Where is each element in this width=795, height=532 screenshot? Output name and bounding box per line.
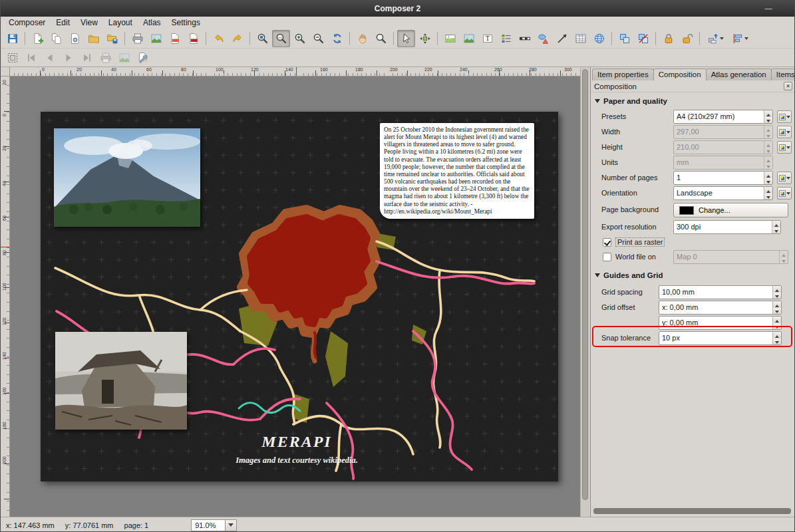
align-items-button[interactable] [728, 30, 752, 47]
width-spinbox[interactable]: 297,00 [673, 125, 773, 139]
tab-composition[interactable]: Composition [653, 68, 707, 80]
tab-item-properties[interactable]: Item properties [592, 68, 654, 80]
spinner-arrows-icon[interactable] [764, 141, 772, 154]
add-legend-button[interactable] [497, 30, 515, 47]
undo-button[interactable] [210, 30, 228, 47]
menu-edit[interactable]: Edit [51, 17, 75, 28]
menu-atlas[interactable]: Atlas [138, 17, 166, 28]
atlas-first-feature-button[interactable] [22, 49, 40, 66]
spinner-arrows-icon[interactable] [764, 172, 772, 184]
add-html-frame-button[interactable] [590, 30, 608, 47]
minimize-button[interactable]: — [762, 3, 774, 14]
number-of-pages-spinbox[interactable]: 1 [673, 171, 773, 185]
add-image-button[interactable] [460, 30, 478, 47]
tab-atlas-generation[interactable]: Atlas generation [706, 68, 772, 80]
menu-settings[interactable]: Settings [166, 17, 206, 28]
add-scalebar-button[interactable] [516, 30, 534, 47]
atlas-settings-button[interactable] [134, 49, 152, 66]
vertical-ruler[interactable]: 20 0 20 40 60 80 100 120 140 160 180 200 [1, 76, 10, 517]
menu-composer[interactable]: Composer [3, 17, 51, 28]
snap-tolerance-spinbox[interactable]: 10 px [659, 331, 782, 345]
ungroup-items-button[interactable] [634, 30, 652, 47]
grid-spacing-spinbox[interactable]: 10,00 mm [659, 285, 782, 299]
zoom-out-button[interactable] [309, 30, 327, 47]
scrollbar-thumb[interactable] [593, 508, 791, 514]
raise-items-button[interactable] [703, 30, 727, 47]
print-composition-button[interactable] [128, 30, 146, 47]
composer-manager-button[interactable] [66, 30, 84, 47]
window-titlebar[interactable]: Composer 2 — [1, 1, 794, 17]
redo-button[interactable] [228, 30, 246, 47]
print-as-raster-checkbox[interactable] [603, 238, 611, 247]
export-as-svg-button[interactable] [166, 30, 184, 47]
world-file-checkbox[interactable] [603, 253, 611, 261]
zoom-full-button[interactable] [253, 30, 271, 47]
mountain-photo-item[interactable] [54, 128, 200, 227]
page-background-change-button[interactable]: Change... [673, 203, 788, 217]
lock-items-button[interactable] [659, 30, 677, 47]
spinner-arrows-icon[interactable] [772, 317, 781, 329]
menu-layout[interactable]: Layout [103, 17, 138, 28]
export-resolution-spinbox[interactable]: 300 dpi [673, 220, 781, 234]
atlas-next-feature-button[interactable] [59, 49, 77, 66]
add-basic-shape-button[interactable] [534, 30, 552, 47]
grid-offset-x-spinbox[interactable]: x: 0,00 mm [659, 301, 782, 315]
atlas-last-feature-button[interactable] [78, 49, 96, 66]
map-subtitle-item[interactable]: Images and text courtesy wikipedia. [207, 456, 387, 466]
group-items-button[interactable] [615, 30, 633, 47]
zoom-100-button[interactable]: 1:1 [272, 30, 290, 47]
composition-canvas[interactable]: On 25 October 2010 the Indonesian govern… [10, 76, 580, 517]
refresh-view-button[interactable] [328, 30, 346, 47]
add-arrow-button[interactable] [553, 30, 571, 47]
new-composition-button[interactable] [29, 30, 47, 47]
export-as-image-button[interactable] [147, 30, 165, 47]
atlas-previous-feature-button[interactable] [41, 49, 59, 66]
spinner-arrows-icon[interactable] [779, 251, 788, 263]
add-new-map-button[interactable] [441, 30, 459, 47]
panel-close-button[interactable]: ✕ [784, 82, 792, 90]
pages-data-defined-button[interactable] [777, 172, 792, 184]
save-project-button[interactable] [3, 30, 21, 47]
grid-section-header[interactable]: Guides and Grid [595, 271, 663, 280]
world-file-map-combobox[interactable]: Map 0 [673, 250, 788, 264]
width-data-defined-button[interactable] [777, 126, 792, 138]
article-text-item[interactable]: On 25 October 2010 the Indonesian govern… [380, 123, 534, 219]
spinner-arrows-icon[interactable] [764, 110, 772, 123]
add-label-button[interactable]: T [478, 30, 496, 47]
menu-view[interactable]: View [75, 17, 103, 28]
height-spinbox[interactable]: 210,00 [673, 140, 773, 154]
units-combobox[interactable]: mm [673, 156, 773, 170]
scrollbar-thumb[interactable] [582, 69, 588, 500]
move-item-content-button[interactable] [416, 30, 434, 47]
preview-atlas-button[interactable] [3, 49, 21, 66]
save-as-template-button[interactable] [103, 30, 121, 47]
spinner-arrows-icon[interactable] [764, 156, 772, 169]
load-from-template-button[interactable] [84, 30, 102, 47]
unlock-all-items-button[interactable] [678, 30, 696, 47]
zoom-level-combobox[interactable]: 91.0% [191, 519, 237, 531]
export-as-pdf-button[interactable] [184, 30, 202, 47]
zoom-tool-button[interactable] [372, 30, 390, 47]
horizontal-ruler[interactable]: 0 20 40 60 80 100 120 140 160 180 200 22… [10, 67, 580, 76]
spinner-arrows-icon[interactable] [764, 187, 772, 200]
panel-horizontal-scrollbar[interactable] [593, 507, 794, 515]
spinner-arrows-icon[interactable] [772, 221, 780, 233]
tab-items[interactable]: Items [771, 68, 795, 80]
export-atlas-button[interactable] [115, 49, 133, 66]
presets-data-defined-button[interactable] [777, 110, 792, 123]
house-photo-item[interactable] [55, 332, 187, 430]
print-atlas-button[interactable] [96, 49, 114, 66]
height-data-defined-button[interactable] [777, 141, 792, 154]
grid-offset-y-spinbox[interactable]: y: 0,00 mm [659, 316, 782, 330]
select-move-item-button[interactable] [397, 30, 415, 47]
orientation-combobox[interactable]: Landscape [673, 186, 773, 200]
zoom-in-button[interactable] [291, 30, 309, 47]
spinner-arrows-icon[interactable] [764, 126, 772, 138]
map-title-item[interactable]: MERAPI [220, 433, 373, 451]
canvas-vertical-scrollbar[interactable] [580, 67, 589, 517]
add-attribute-table-button[interactable] [571, 30, 589, 47]
duplicate-composition-button[interactable] [47, 30, 65, 47]
zoom-dropdown-button[interactable] [226, 519, 237, 531]
spinner-arrows-icon[interactable] [772, 332, 781, 344]
pan-button[interactable] [353, 30, 371, 47]
